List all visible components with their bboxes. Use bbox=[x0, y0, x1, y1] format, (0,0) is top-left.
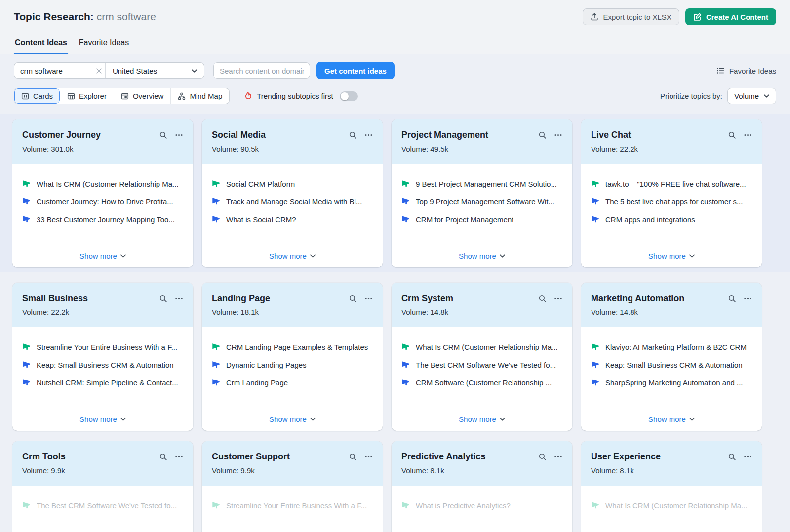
ellipsis-icon[interactable] bbox=[175, 131, 183, 139]
ellipsis-icon[interactable] bbox=[744, 453, 752, 461]
content-idea-item[interactable]: Nutshell CRM: Simple Pipeline & Contact.… bbox=[22, 377, 183, 389]
content-idea-item[interactable]: Social CRM Platform bbox=[212, 178, 373, 190]
content-idea-item[interactable]: Streamline Your Entire Business With a F… bbox=[22, 342, 183, 353]
view-cards[interactable]: Cards bbox=[14, 88, 60, 104]
topic-card-title[interactable]: Live Chat bbox=[591, 130, 728, 140]
content-idea-item[interactable]: The Best CRM Software We've Tested fo... bbox=[401, 359, 562, 371]
content-idea-item[interactable]: What Is CRM (Customer Relationship Ma... bbox=[591, 500, 752, 512]
show-more-label: Show more bbox=[269, 415, 307, 423]
country-select[interactable]: United States bbox=[105, 63, 204, 78]
content-idea-item[interactable]: Customer Journey: How to Drive Profita..… bbox=[22, 196, 183, 208]
content-idea-item[interactable]: CRM Landing Page Examples & Templates bbox=[212, 342, 373, 353]
cards-area: Customer Journey Volume: 301.0k What Is … bbox=[0, 114, 790, 532]
content-idea-item[interactable]: Klaviyo: AI Marketing Platform & B2C CRM bbox=[591, 342, 752, 353]
content-idea-item[interactable]: Crm Landing Page bbox=[212, 377, 373, 389]
content-idea-item[interactable]: 9 Best Project Management CRM Solutio... bbox=[401, 178, 562, 190]
search-icon[interactable] bbox=[728, 294, 736, 303]
clear-keyword-icon[interactable] bbox=[92, 63, 105, 78]
ellipsis-icon[interactable] bbox=[364, 453, 373, 461]
trending-toggle[interactable] bbox=[340, 91, 358, 101]
content-idea-item[interactable]: CRM Software (Customer Relationship ... bbox=[401, 377, 562, 389]
search-icon[interactable] bbox=[538, 131, 547, 139]
content-idea-item[interactable]: Keap: Small Business CRM & Automation bbox=[22, 359, 183, 371]
favorite-ideas-link[interactable]: Favorite Ideas bbox=[716, 66, 776, 75]
create-ai-content-button[interactable]: Create AI Content bbox=[685, 8, 776, 25]
ellipsis-icon[interactable] bbox=[744, 294, 752, 303]
tab-content-ideas[interactable]: Content Ideas bbox=[14, 38, 68, 54]
search-icon[interactable] bbox=[159, 453, 167, 461]
search-icon[interactable] bbox=[728, 453, 736, 461]
content-idea-item[interactable]: The Best CRM Software We've Tested fo... bbox=[22, 500, 183, 512]
domain-search-input[interactable] bbox=[213, 62, 310, 79]
topic-card-title[interactable]: Landing Page bbox=[212, 293, 349, 304]
content-idea-text: What Is CRM (Customer Relationship Ma... bbox=[37, 178, 179, 190]
megaphone-icon bbox=[22, 361, 31, 369]
topic-card-volume: Volume: 18.1k bbox=[212, 308, 373, 316]
show-more-link[interactable]: Show more bbox=[269, 252, 316, 260]
content-idea-item[interactable]: What Is CRM (Customer Relationship Ma... bbox=[22, 178, 183, 190]
show-more-link[interactable]: Show more bbox=[79, 252, 126, 260]
search-icon[interactable] bbox=[538, 294, 547, 303]
prioritize-select[interactable]: Volume bbox=[727, 88, 776, 104]
topic-card-volume: Volume: 8.1k bbox=[591, 466, 752, 475]
ellipsis-icon[interactable] bbox=[744, 131, 752, 139]
content-idea-text: CRM apps and integrations bbox=[605, 214, 695, 226]
keyword-input[interactable] bbox=[14, 63, 92, 78]
view-overview[interactable]: Overview bbox=[114, 88, 171, 104]
content-idea-item[interactable]: Keap: Small Business CRM & Automation bbox=[591, 359, 752, 371]
idea-list: What Is CRM (Customer Relationship Ma...… bbox=[22, 178, 183, 231]
content-idea-item[interactable]: SharpSpring Marketing Automation and ... bbox=[591, 377, 752, 389]
topic-card-title[interactable]: Project Management bbox=[401, 130, 538, 140]
ellipsis-icon[interactable] bbox=[364, 294, 373, 303]
show-more-link[interactable]: Show more bbox=[79, 415, 126, 423]
view-mind-map[interactable]: Mind Map bbox=[170, 88, 229, 104]
megaphone-icon bbox=[401, 361, 410, 369]
show-more-link[interactable]: Show more bbox=[648, 415, 695, 423]
topic-card-title[interactable]: Marketing Automation bbox=[591, 293, 728, 304]
content-idea-item[interactable]: tawk.to – "100% FREE live chat software.… bbox=[591, 178, 752, 190]
ellipsis-icon[interactable] bbox=[175, 453, 183, 461]
content-idea-item[interactable]: CRM for Project Management bbox=[401, 214, 562, 226]
content-idea-item[interactable]: 33 Best Customer Journey Mapping Too... bbox=[22, 214, 183, 226]
content-idea-item[interactable]: What is Social CRM? bbox=[212, 214, 373, 226]
content-idea-item[interactable]: Track and Manage Social Media with Bl... bbox=[212, 196, 373, 208]
topic-card-title[interactable]: Customer Support bbox=[212, 452, 349, 462]
topic-card-header: Predictive Analytics Volume: 8.1k bbox=[392, 441, 572, 486]
search-icon[interactable] bbox=[159, 294, 167, 303]
ellipsis-icon[interactable] bbox=[554, 453, 562, 461]
topic-card-title[interactable]: Social Media bbox=[212, 130, 349, 140]
show-more-link[interactable]: Show more bbox=[459, 415, 505, 423]
tab-favorite-ideas[interactable]: Favorite Ideas bbox=[78, 38, 130, 54]
ellipsis-icon[interactable] bbox=[364, 131, 373, 139]
ellipsis-icon[interactable] bbox=[554, 294, 562, 303]
search-icon[interactable] bbox=[159, 131, 167, 139]
content-idea-item[interactable]: Dynamic Landing Pages bbox=[212, 359, 373, 371]
content-idea-item[interactable]: What Is CRM (Customer Relationship Ma... bbox=[401, 342, 562, 353]
export-xlsx-button[interactable]: Export topic to XLSX bbox=[583, 8, 679, 25]
topic-card-title[interactable]: Crm Tools bbox=[22, 452, 159, 462]
topic-card-title[interactable]: Crm System bbox=[401, 293, 538, 304]
show-more-link[interactable]: Show more bbox=[459, 252, 505, 260]
content-idea-item[interactable]: The 5 best live chat apps for customer s… bbox=[591, 196, 752, 208]
ellipsis-icon[interactable] bbox=[175, 294, 183, 303]
search-icon[interactable] bbox=[349, 294, 357, 303]
content-idea-text: What Is CRM (Customer Relationship Ma... bbox=[416, 342, 558, 353]
content-idea-item[interactable]: CRM apps and integrations bbox=[591, 214, 752, 226]
show-more-link[interactable]: Show more bbox=[648, 252, 695, 260]
topic-card-title[interactable]: Predictive Analytics bbox=[401, 452, 538, 462]
ellipsis-icon[interactable] bbox=[554, 131, 562, 139]
content-idea-item[interactable]: What is Predictive Analytics? bbox=[401, 500, 562, 512]
topic-card-title[interactable]: User Experience bbox=[591, 452, 728, 462]
get-content-ideas-button[interactable]: Get content ideas bbox=[316, 62, 395, 79]
content-idea-item[interactable]: Top 9 Project Management Software Wit... bbox=[401, 196, 562, 208]
view-explorer[interactable]: Explorer bbox=[60, 88, 114, 104]
search-icon[interactable] bbox=[349, 453, 357, 461]
content-idea-item[interactable]: Streamline Your Entire Business With a F… bbox=[212, 500, 373, 512]
show-more-label: Show more bbox=[648, 415, 686, 423]
search-icon[interactable] bbox=[728, 131, 736, 139]
topic-card-title[interactable]: Small Business bbox=[22, 293, 159, 304]
topic-card-title[interactable]: Customer Journey bbox=[22, 130, 159, 140]
search-icon[interactable] bbox=[349, 131, 357, 139]
search-icon[interactable] bbox=[538, 453, 547, 461]
show-more-link[interactable]: Show more bbox=[269, 415, 316, 423]
